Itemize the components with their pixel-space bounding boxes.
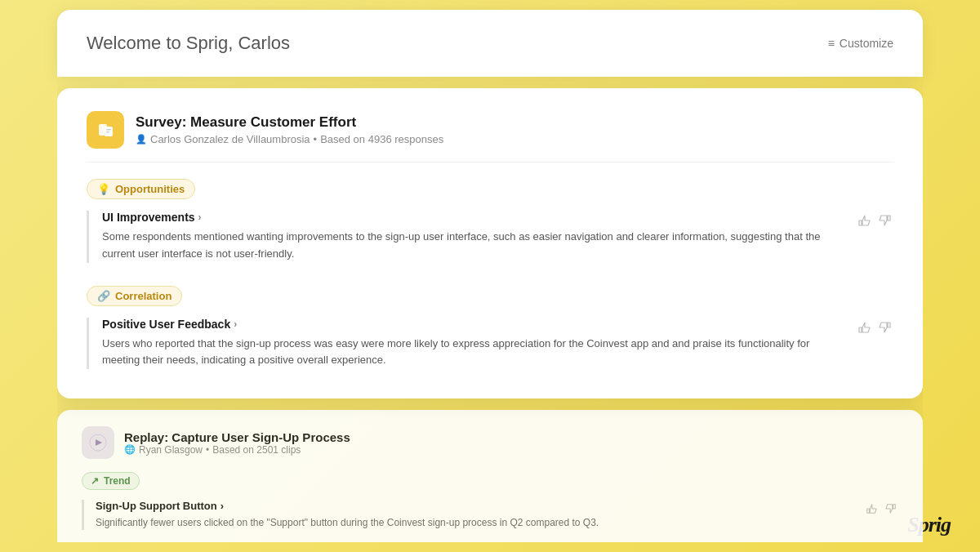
ui-improvements-chevron: › [198,211,202,223]
ui-improvements-text: UI Improvements [102,211,195,224]
positive-feedback-text: Positive User Feedback [102,318,230,331]
replay-meta: 🌐 Ryan Glasgow • Based on 2501 clips [124,444,350,456]
trend-label: ↗ Trend [82,472,140,490]
positive-feedback-title[interactable]: Positive User Feedback › [102,318,843,331]
signup-support-chevron: › [220,500,224,512]
ui-improvements-title[interactable]: UI Improvements › [102,211,843,224]
replay-meta-icon: 🌐 [124,444,136,455]
trend-feedback [864,500,898,516]
replay-title: Replay: Capture User Sign-Up Process [124,430,350,444]
trend-thumbs-up-button[interactable] [864,501,879,516]
opportunities-icon: 💡 [97,183,110,195]
cards-wrapper: Survey: Measure Customer Effort 👤 Carlos… [57,77,923,542]
signup-support-desc: Significantly fewer users clicked on the… [96,515,851,530]
trend-thumbs-down-button[interactable] [884,501,898,516]
positive-feedback-item: Positive User Feedback › Users who repor… [87,318,843,370]
opportunities-row: UI Improvements › Some respondents menti… [87,211,893,269]
trend-section: ↗ Trend Sign-Up Support Button › Signifi… [82,472,898,530]
welcome-title: Welcome to Sprig, Carlos [87,33,290,54]
correlation-section: 🔗 Correlation Positive User Feedback › U… [87,286,893,376]
correlation-label: 🔗 Correlation [87,286,182,306]
signup-support-title[interactable]: Sign-Up Support Button › [96,500,851,512]
replay-author: Ryan Glasgow [139,444,203,456]
correlation-icon: 🔗 [97,290,110,302]
ui-improvements-desc: Some respondents mentioned wanting impro… [102,229,843,263]
author-icon: 👤 [136,134,147,145]
trend-text: Trend [104,475,131,487]
customize-icon: ≡ [828,37,835,50]
response-count: Based on 4936 responses [320,133,443,145]
replay-separator: • [206,444,209,456]
secondary-card: Replay: Capture User Sign-Up Process 🌐 R… [57,410,923,542]
opportunities-feedback [856,211,893,229]
opportunities-content: UI Improvements › Some respondents menti… [87,211,843,269]
replay-clips: Based on 2501 clips [212,444,301,456]
ui-improvements-item: UI Improvements › Some respondents menti… [87,211,843,263]
thumbs-down-button[interactable] [877,212,893,229]
opportunities-text: Opportunities [115,183,185,195]
correlation-thumbs-up-button[interactable] [856,319,872,336]
trend-icon: ↗ [91,475,99,487]
insight-header: Survey: Measure Customer Effort 👤 Carlos… [87,111,893,162]
primary-insight-card: Survey: Measure Customer Effort 👤 Carlos… [57,88,923,398]
survey-icon [87,111,124,149]
author-name: Carlos Gonzalez de Villaumbrosia [150,133,310,145]
svg-rect-4 [106,131,109,133]
welcome-card: Welcome to Sprig, Carlos ≡ Customize [57,10,923,77]
insight-title: Survey: Measure Customer Effort [136,114,443,131]
trend-row: Sign-Up Support Button › Significantly f… [82,500,898,530]
correlation-text: Correlation [115,290,172,302]
secondary-header-text: Replay: Capture User Sign-Up Process 🌐 R… [124,430,350,456]
correlation-thumbs-down-button[interactable] [877,319,893,336]
signup-support-text: Sign-Up Support Button [96,500,217,512]
opportunities-section: 💡 Opportunities UI Improvements › Some r… [87,179,893,269]
insight-header-text: Survey: Measure Customer Effort 👤 Carlos… [136,114,443,145]
customize-label: Customize [840,37,893,50]
secondary-header: Replay: Capture User Sign-Up Process 🌐 R… [82,426,898,459]
correlation-feedback [856,318,893,336]
replay-icon [82,426,114,459]
svg-rect-3 [106,129,111,131]
customize-button[interactable]: ≡ Customize [828,37,893,50]
main-container: Welcome to Sprig, Carlos ≡ Customize [57,10,923,542]
trend-content: Sign-Up Support Button › Significantly f… [82,500,851,530]
correlation-content: Positive User Feedback › Users who repor… [87,318,843,376]
signup-support-item: Sign-Up Support Button › Significantly f… [82,500,851,530]
meta-separator: • [314,133,318,145]
thumbs-up-button[interactable] [856,212,872,229]
positive-feedback-chevron: › [234,318,237,330]
correlation-row: Positive User Feedback › Users who repor… [87,318,893,376]
opportunities-label: 💡 Opportunities [87,179,195,199]
insight-meta: 👤 Carlos Gonzalez de Villaumbrosia • Bas… [136,133,443,145]
positive-feedback-desc: Users who reported that the sign-up proc… [102,336,843,370]
